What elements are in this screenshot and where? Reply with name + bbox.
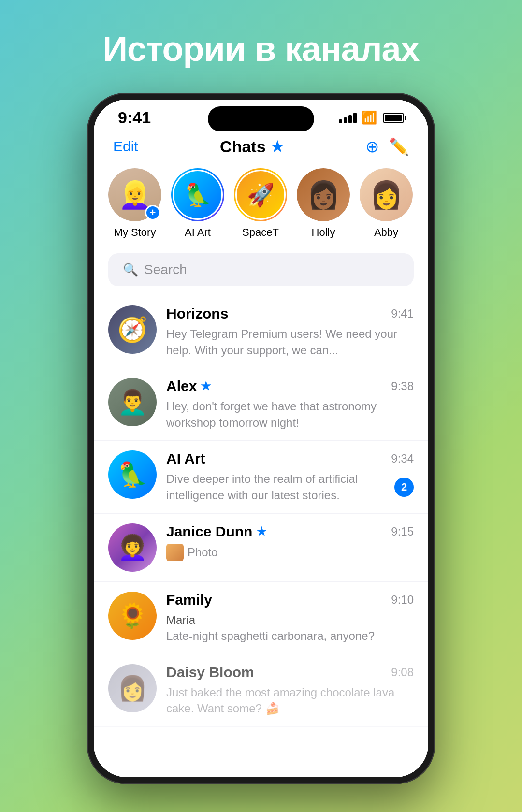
story-label-abby: Abby xyxy=(374,226,398,239)
story-label-my-story: My Story xyxy=(114,226,156,239)
nav-title-text: Chats xyxy=(220,137,265,156)
family-avatar: 🌻 xyxy=(108,592,157,640)
nav-action-icons: ⊕ ✏️ xyxy=(365,137,409,156)
janice-time: 9:15 xyxy=(391,525,414,538)
chat-item-horizons[interactable]: 🧭 Horizons 9:41 Hey Telegram Premium use… xyxy=(94,296,428,368)
daisy-name: Daisy Bloom xyxy=(166,664,254,681)
signal-bar-2 xyxy=(344,117,347,123)
dynamic-island xyxy=(208,106,314,131)
ai-art-story-avatar: 🦜 xyxy=(173,170,223,220)
signal-bar-1 xyxy=(339,119,342,123)
story-item-ai-art[interactable]: 🦜 AI Art xyxy=(171,168,224,239)
status-bar: 9:41 📶 xyxy=(94,100,428,132)
aiart-preview: Dive deeper into the realm of artificial… xyxy=(166,471,394,503)
janice-header: Janice Dunn ★ 9:15 xyxy=(166,523,414,540)
daisy-avatar: 👩 xyxy=(108,664,157,712)
compose-button[interactable]: ✏️ xyxy=(389,137,409,156)
chat-item-alex[interactable]: 👨‍🦱 Alex ★ 9:38 Hey, don't forget we hav… xyxy=(94,368,428,441)
chat-item-aiart[interactable]: 🦜 AI Art 9:34 Dive deeper into the realm… xyxy=(94,441,428,513)
janice-name: Janice Dunn ★ xyxy=(166,523,267,540)
aiart-name: AI Art xyxy=(166,450,205,467)
horizons-avatar: 🧭 xyxy=(108,305,157,354)
nav-bar: Edit Chats ★ ⊕ ✏️ xyxy=(94,132,428,163)
story-item-holly[interactable]: 👩🏾 Holly xyxy=(297,168,350,239)
alex-avatar: 👨‍🦱 xyxy=(108,378,157,426)
story-item-my-story[interactable]: 👱‍♀️ + My Story xyxy=(108,168,161,239)
spacet-story-avatar: 🚀 xyxy=(235,170,286,220)
family-time: 9:10 xyxy=(391,593,414,607)
aiart-content: AI Art 9:34 Dive deeper into the realm o… xyxy=(166,450,414,503)
janice-photo-preview: Photo xyxy=(166,544,414,561)
signal-bar-4 xyxy=(353,113,357,123)
status-time: 9:41 xyxy=(118,108,151,127)
family-header: Family 9:10 xyxy=(166,592,414,608)
family-sender: Maria xyxy=(166,612,414,628)
aiart-time: 9:34 xyxy=(391,452,414,465)
edit-button[interactable]: Edit xyxy=(113,138,138,155)
alex-content: Alex ★ 9:38 Hey, don't forget we have th… xyxy=(166,378,414,431)
daisy-time: 9:08 xyxy=(391,666,414,679)
aiart-header: AI Art 9:34 xyxy=(166,450,414,467)
story-label-ai-art: AI Art xyxy=(185,226,211,239)
story-label-holly: Holly xyxy=(312,226,335,239)
chat-list: 🧭 Horizons 9:41 Hey Telegram Premium use… xyxy=(94,296,428,777)
family-message: Late-night spaghetti carbonara, anyone? xyxy=(166,628,414,644)
janice-preview-text: Photo xyxy=(188,546,218,559)
search-icon: 🔍 xyxy=(123,262,138,277)
nav-title: Chats ★ xyxy=(220,137,283,156)
ai-art-story-ring: 🦜 xyxy=(171,168,224,221)
chat-item-janice[interactable]: 👩‍🦱 Janice Dunn ★ 9:15 Photo xyxy=(94,514,428,582)
search-bar[interactable]: 🔍 Search xyxy=(108,253,414,286)
my-story-avatar-wrapper: 👱‍♀️ + xyxy=(108,168,161,221)
wifi-icon: 📶 xyxy=(362,110,377,125)
horizons-header: Horizons 9:41 xyxy=(166,305,414,322)
horizons-time: 9:41 xyxy=(391,307,414,320)
nav-star-icon: ★ xyxy=(271,138,284,155)
horizons-content: Horizons 9:41 Hey Telegram Premium users… xyxy=(166,305,414,358)
add-story-button[interactable]: ⊕ xyxy=(365,137,379,156)
spacet-story-ring: 🚀 xyxy=(234,168,287,221)
daisy-content: Daisy Bloom 9:08 Just baked the most ama… xyxy=(166,664,414,717)
janice-photo-thumb xyxy=(166,544,184,561)
story-item-abby[interactable]: 👩 Abby xyxy=(360,168,413,239)
horizons-name: Horizons xyxy=(166,305,228,322)
status-icons: 📶 xyxy=(339,110,404,125)
search-bar-container: 🔍 Search xyxy=(94,248,428,296)
search-placeholder: Search xyxy=(144,262,187,277)
signal-bar-3 xyxy=(348,115,352,123)
daisy-header: Daisy Bloom 9:08 xyxy=(166,664,414,681)
family-name: Family xyxy=(166,592,212,608)
phone-screen: 9:41 📶 Edit Chats ★ xyxy=(94,100,428,777)
janice-avatar: 👩‍🦱 xyxy=(108,523,157,572)
aiart-avatar: 🦜 xyxy=(108,450,157,499)
stories-row: 👱‍♀️ + My Story 🦜 AI Art 🚀 SpaceT xyxy=(94,163,428,248)
janice-content: Janice Dunn ★ 9:15 Photo xyxy=(166,523,414,561)
alex-time: 9:38 xyxy=(391,379,414,393)
aiart-unread-badge: 2 xyxy=(394,478,414,497)
alex-header: Alex ★ 9:38 xyxy=(166,378,414,394)
page-title: Истории в каналах xyxy=(102,29,419,69)
add-story-badge: + xyxy=(145,205,160,220)
family-content: Family 9:10 Maria Late-night spaghetti c… xyxy=(166,592,414,644)
signal-bars-icon xyxy=(339,113,357,123)
alex-name: Alex ★ xyxy=(166,378,211,394)
chat-item-family[interactable]: 🌻 Family 9:10 Maria Late-night spaghetti… xyxy=(94,582,428,654)
story-item-spacet[interactable]: 🚀 SpaceT xyxy=(234,168,287,239)
alex-star-icon: ★ xyxy=(201,379,211,393)
phone-frame: 9:41 📶 Edit Chats ★ xyxy=(87,93,435,784)
horizons-preview: Hey Telegram Premium users! We need your… xyxy=(166,326,414,358)
story-label-spacet: SpaceT xyxy=(242,226,279,239)
janice-star-icon: ★ xyxy=(256,525,267,538)
daisy-preview: Just baked the most amazing chocolate la… xyxy=(166,684,414,717)
chat-item-daisy[interactable]: 👩 Daisy Bloom 9:08 Just baked the most a… xyxy=(94,654,428,727)
alex-preview: Hey, don't forget we have that astronomy… xyxy=(166,398,414,431)
battery-icon xyxy=(383,113,404,123)
